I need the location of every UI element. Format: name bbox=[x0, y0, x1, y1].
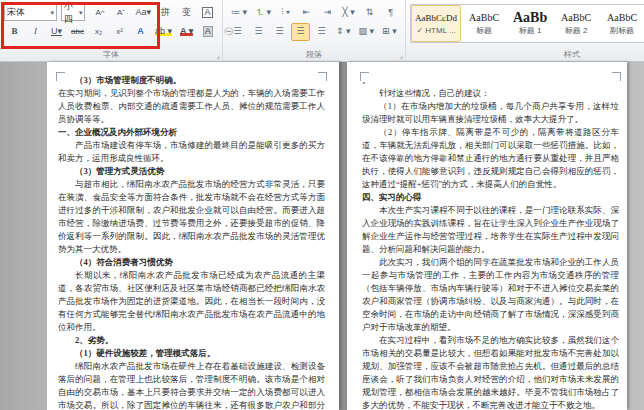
style-item-heading-2-label: 标题 2 bbox=[565, 26, 588, 36]
bullets-button[interactable]: ≔ ▾ bbox=[228, 4, 250, 22]
style-item-heading-1[interactable]: AaBb 标题 1 bbox=[507, 5, 553, 42]
paragraph: 四、实习的心得 bbox=[362, 191, 619, 204]
shrink-font-icon: Aˇ bbox=[117, 9, 125, 17]
style-item-heading-1-preview: AaBb bbox=[513, 12, 547, 24]
italic-button[interactable]: I bbox=[26, 23, 45, 41]
font-group-label: 字体 bbox=[0, 49, 222, 61]
style-item-subtitle-preview: AaBbC bbox=[607, 12, 637, 24]
numbering-button[interactable]: ⒈ ▾ bbox=[252, 4, 274, 22]
bullets-icon: ≔ ▾ bbox=[231, 8, 247, 17]
font-group-row2: B I U▾ abc x₂ bbox=[4, 22, 218, 41]
italic-icon: I bbox=[34, 27, 37, 36]
text-effects-icon: A bbox=[137, 27, 144, 36]
multilevel-list-button[interactable]: ⫶ ▾ bbox=[276, 4, 295, 22]
align-left-icon: ☰ bbox=[233, 27, 241, 36]
style-item-html[interactable]: AaBbCcDd ✓ HTML ... bbox=[411, 5, 461, 42]
paragraph: 在实习期间，见识到整个市场的管理都是人为的，车辆的入场需要工作人员收费检票、内部… bbox=[58, 87, 325, 126]
borders-button[interactable]: ⊞ ▾ bbox=[379, 23, 400, 41]
style-item-title-label: 标题 bbox=[476, 26, 492, 36]
page-right-text: 。 针对这些情况，自己的建议： （1）在市场内增加大的垃圾桶，每几个商户共享专用… bbox=[362, 74, 619, 410]
styles-group-label: 样式 bbox=[406, 49, 644, 61]
align-center-button[interactable]: ☰ bbox=[249, 23, 268, 41]
shading-icon: ▨ ▾ bbox=[359, 27, 375, 36]
text-highlight-icon: ab ▾ bbox=[155, 27, 172, 36]
paragraph: （4）符合消费者习惯优势 bbox=[58, 256, 325, 269]
strikethrough-icon: abc bbox=[71, 28, 84, 36]
grow-font-icon: A^ bbox=[95, 9, 104, 17]
paragraph: 此次实习，我们两个组的同学在蔬菜批发市场和企业的工作人员一起参与市场管理的工作，… bbox=[362, 256, 619, 334]
paragraph: 2、劣势。 bbox=[58, 334, 325, 347]
font-group: 宋体 ▾ 小四 ▾ A^ Aˇ Aa▾ bbox=[0, 0, 223, 61]
font-name-combo[interactable]: 宋体 ▾ bbox=[4, 4, 57, 21]
document-workspace: （3）市场管理制度不明确。 在实习期间，见识到整个市场的管理都是人为的，车辆的入… bbox=[0, 62, 644, 410]
paragraph: （1）硬件设施较差，管理模式落后。 bbox=[58, 347, 325, 360]
borders-icon: ⊞ ▾ bbox=[382, 27, 397, 36]
style-item-title[interactable]: AaBbC 标题 bbox=[461, 5, 507, 42]
underline-button[interactable]: U▾ bbox=[47, 23, 66, 41]
font-color-icon: A ▾ bbox=[180, 27, 193, 36]
clear-formatting-button[interactable]: 变 bbox=[177, 4, 196, 22]
chevron-down-icon[interactable]: ▾ bbox=[51, 9, 55, 17]
style-item-heading-2-preview: AaBbC bbox=[561, 12, 591, 24]
character-border-button[interactable]: A bbox=[198, 4, 217, 22]
multilevel-list-icon: ⫶ ▾ bbox=[281, 8, 290, 17]
font-group-row1: 宋体 ▾ 小四 ▾ A^ Aˇ Aa▾ bbox=[4, 3, 218, 22]
subscript-icon: x₂ bbox=[95, 28, 102, 36]
chevron-down-icon[interactable]: ▾ bbox=[79, 9, 83, 17]
style-item-heading-2[interactable]: AaBbC 标题 2 bbox=[553, 5, 599, 42]
text-highlight-button[interactable]: ab ▾ bbox=[152, 23, 175, 41]
font-color-button[interactable]: A ▾ bbox=[177, 23, 196, 41]
ribbon: 宋体 ▾ 小四 ▾ A^ Aˇ Aa▾ bbox=[0, 0, 644, 62]
distribute-button[interactable]: ☰ bbox=[312, 23, 331, 41]
paragraph: 本次生产实习课程不同于以往的课程，是一门理论联系实际、深入企业现场的实践训练课程… bbox=[362, 204, 619, 256]
paragraph: 针对这些情况，自己的建议： bbox=[362, 87, 619, 100]
style-item-html-label: ✓ HTML ... bbox=[416, 26, 455, 36]
character-shading-button[interactable]: A bbox=[198, 23, 217, 41]
align-center-icon: ☰ bbox=[254, 27, 262, 36]
document-page-right[interactable]: 。 针对这些情况，自己的建议： （1）在市场内增加大的垃圾桶，每几个商户共享专用… bbox=[347, 62, 627, 410]
sort-icon: ⇅ bbox=[366, 8, 374, 17]
paragraph: 产品市场建设有停车场，市场修建的最终目的是能吸引更多的买方和卖方，运用形成良性循… bbox=[58, 139, 325, 165]
line-spacing-button[interactable]: ⇕ ▾ bbox=[333, 23, 354, 41]
paragraph: （3）市场管理制度不明确。 bbox=[58, 74, 325, 87]
align-right-button[interactable]: ☰ bbox=[270, 23, 289, 41]
show-marks-button[interactable]: ¶ bbox=[381, 4, 400, 22]
paragraph-group-label: 段落 bbox=[223, 49, 405, 61]
justify-button[interactable]: ☰ bbox=[291, 23, 310, 41]
change-case-button[interactable]: Aa▾ bbox=[132, 4, 154, 22]
increase-indent-button[interactable]: ⇥ bbox=[318, 4, 337, 22]
document-page-left[interactable]: （3）市场管理制度不明确。 在实习期间，见识到整个市场的管理都是人为的，车辆的入… bbox=[47, 62, 339, 410]
decrease-indent-icon: ⇤ bbox=[303, 8, 311, 17]
paragraph: 一、企业概况及内外部环境分析 bbox=[58, 126, 325, 139]
asian-layout-icon: ╳ ▾ bbox=[342, 8, 354, 17]
text-effects-button[interactable]: A bbox=[131, 23, 150, 41]
change-case-icon: Aa▾ bbox=[135, 8, 151, 17]
grow-font-button[interactable]: A^ bbox=[90, 4, 109, 22]
paragraph: 绵阳南水农产品批发市场在硬件上存在着基础设施建设、检测设备落后的问题，在管理上也… bbox=[58, 360, 325, 410]
paragraph: 长期以来，绵阳南水农产品批发市场已经成为农产品流通的主渠道，各农贸市场、社区便利… bbox=[58, 269, 325, 334]
shrink-font-button[interactable]: Aˇ bbox=[111, 4, 130, 22]
style-item-subtitle-label: 副标题 bbox=[610, 26, 634, 36]
asian-layout-button[interactable]: ╳ ▾ bbox=[339, 4, 358, 22]
phonetic-guide-button[interactable]: 拼 bbox=[156, 4, 175, 22]
increase-indent-icon: ⇥ bbox=[324, 8, 332, 17]
align-left-button[interactable]: ☰ bbox=[228, 23, 247, 41]
strikethrough-button[interactable]: abc bbox=[68, 23, 87, 41]
paragraph: 。 bbox=[362, 74, 619, 87]
sort-button[interactable]: ⇅ bbox=[360, 4, 379, 22]
shading-button[interactable]: ▨ ▾ bbox=[356, 23, 378, 41]
style-item-subtitle[interactable]: AaBbC 副标题 bbox=[599, 5, 644, 42]
superscript-button[interactable]: x² bbox=[110, 23, 129, 41]
decrease-indent-button[interactable]: ⇤ bbox=[297, 4, 316, 22]
character-shading-icon: A bbox=[203, 26, 213, 37]
font-dialog-launcher-icon[interactable]: ⌟ bbox=[216, 52, 220, 60]
subscript-button[interactable]: x₂ bbox=[89, 23, 108, 41]
bold-button[interactable]: B bbox=[5, 23, 24, 41]
paragraph-dialog-launcher-icon[interactable]: ⌟ bbox=[399, 52, 403, 60]
superscript-icon: x² bbox=[116, 28, 123, 36]
styles-gallery: AaBbCcDd ✓ HTML ... AaBbC 标题 AaBb 标题 1 A… bbox=[410, 4, 644, 43]
style-item-title-preview: AaBbC bbox=[469, 12, 499, 24]
font-size-combo[interactable]: 小四 ▾ bbox=[61, 4, 85, 21]
styles-group: AaBbCcDd ✓ HTML ... AaBbC 标题 AaBb 标题 1 A… bbox=[406, 0, 644, 61]
style-item-heading-1-label: 标题 1 bbox=[519, 26, 542, 36]
